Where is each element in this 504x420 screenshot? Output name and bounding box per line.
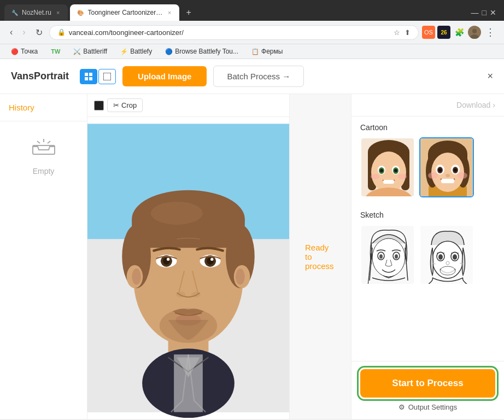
settings-gear-icon: ⚙ <box>398 403 405 411</box>
ext-icon-1[interactable]: OS <box>422 26 435 39</box>
menu-button[interactable]: ⋮ <box>483 24 497 40</box>
svg-point-65 <box>438 168 442 172</box>
svg-rect-6 <box>103 73 111 80</box>
back-button[interactable]: ‹ <box>7 25 16 39</box>
ext-icon-2[interactable]: 26 <box>437 26 450 39</box>
app-header: VansPortrait Upload Image Batch Process … <box>0 59 504 94</box>
bookmark-battlefy[interactable]: ⚡ Battlefy <box>116 46 156 56</box>
svg-rect-5 <box>89 77 92 80</box>
bottom-action-bar: Start to Process ⚙ Output Settings <box>351 361 504 419</box>
svg-point-76 <box>379 254 383 259</box>
tab-noznet[interactable]: 🔧 NozNet.ru × <box>4 4 68 21</box>
svg-point-70 <box>428 172 438 179</box>
tab-close-1[interactable]: × <box>55 9 61 16</box>
maximize-button[interactable]: □ <box>482 8 487 17</box>
tab-close-2[interactable]: × <box>166 9 173 16</box>
image-wrapper <box>87 117 289 419</box>
svg-point-78 <box>395 254 398 259</box>
view-toggle <box>80 69 116 84</box>
reload-button[interactable]: ↻ <box>32 25 46 40</box>
single-view-button[interactable] <box>98 69 116 84</box>
cartoon-style-1[interactable] <box>360 137 415 197</box>
grid-view-button[interactable] <box>80 69 97 84</box>
cartoon-label: Cartoon <box>360 123 495 132</box>
bookmark-tw[interactable]: TW <box>46 47 65 56</box>
svg-point-47 <box>380 169 383 172</box>
svg-point-52 <box>371 174 379 179</box>
history-label: History <box>0 94 87 121</box>
style-panel: Download › Cartoon <box>351 94 504 419</box>
svg-point-53 <box>398 174 407 179</box>
close-window-button[interactable]: ✕ <box>490 8 496 17</box>
svg-point-71 <box>458 172 467 179</box>
svg-line-9 <box>37 141 40 143</box>
sketch-grid <box>360 225 495 285</box>
profile-icon[interactable] <box>468 26 481 39</box>
svg-point-82 <box>438 254 443 260</box>
svg-rect-4 <box>85 77 88 80</box>
tab-favicon-1: 🔧 <box>11 9 19 16</box>
output-area: Ready to process <box>290 94 351 419</box>
share-icon[interactable]: ⬆ <box>405 28 411 37</box>
bookmark-tochka[interactable]: 🔴 Точка <box>7 46 42 56</box>
svg-point-68 <box>454 168 457 172</box>
main-layout: History Empty <box>0 94 504 419</box>
address-icons: ☆ ⬆ <box>394 28 411 37</box>
image-toolbar: ✂ Crop <box>87 94 289 117</box>
sketch-label: Sketch <box>360 211 495 219</box>
tab-title-1: NozNet.ru <box>22 9 51 16</box>
svg-point-38 <box>236 269 245 285</box>
download-arrow-icon: › <box>493 101 495 109</box>
output-settings-row[interactable]: ⚙ Output Settings <box>360 403 495 411</box>
svg-point-30 <box>210 258 213 261</box>
app-container: VansPortrait Upload Image Batch Process … <box>0 59 504 419</box>
sketch-section: Sketch <box>351 204 504 291</box>
empty-icon <box>30 135 57 161</box>
download-button[interactable]: Download › <box>456 101 495 109</box>
svg-point-36 <box>132 269 141 285</box>
start-to-process-button[interactable]: Start to Process <box>360 369 495 398</box>
image-area: ✂ Crop <box>87 94 290 419</box>
cartoon-style-2[interactable] <box>419 137 474 197</box>
crop-button[interactable]: ✂ Crop <box>107 98 143 112</box>
svg-point-72 <box>446 174 450 177</box>
address-bar[interactable]: 🔒 vanceai.com/toongineer-cartoonizer/ ☆ … <box>49 25 419 40</box>
bookmarks-bar: 🔴 Точка TW ⚔️ Battleriff ⚡ Battlefy 🔵 Br… <box>0 44 504 59</box>
tab-favicon-2: 🎨 <box>77 9 84 16</box>
sketch-style-1[interactable] <box>360 225 415 285</box>
bookmark-fermy[interactable]: 📋 Фермы <box>247 46 287 56</box>
cartoon-grid <box>360 137 495 197</box>
app-close-button[interactable]: × <box>487 71 493 82</box>
svg-point-0 <box>472 29 477 33</box>
crop-icon: ✂ <box>113 101 119 109</box>
bookmark-star-icon[interactable]: ☆ <box>394 28 400 37</box>
svg-rect-69 <box>441 179 454 183</box>
bookmark-browse[interactable]: 🔵 Browse Battlefy Tou... <box>161 46 243 56</box>
svg-line-10 <box>48 141 50 143</box>
sidebar-empty: Empty <box>0 121 87 189</box>
forward-button[interactable]: › <box>19 25 28 39</box>
app-logo: VansPortrait <box>11 71 69 82</box>
sketch-style-2[interactable] <box>419 225 474 285</box>
minimize-button[interactable]: — <box>471 8 479 17</box>
tab-add-button[interactable]: + <box>181 5 195 20</box>
svg-point-62 <box>431 153 464 192</box>
empty-text: Empty <box>33 167 55 176</box>
lock-icon: 🔒 <box>57 28 66 36</box>
color-indicator <box>94 101 104 110</box>
svg-point-44 <box>371 151 406 193</box>
svg-point-22 <box>151 202 203 225</box>
tab-bar: 🔧 NozNet.ru × 🎨 Toongineer Cartoonizer |… <box>0 0 504 21</box>
cartoon-section: Cartoon <box>351 116 504 204</box>
upload-image-button[interactable]: Upload Image <box>122 66 207 86</box>
tab-toongineer[interactable]: 🎨 Toongineer Cartoonizer | Turn Ph... × <box>70 4 179 21</box>
sidebar: History Empty <box>0 94 87 419</box>
download-bar: Download › <box>351 94 504 116</box>
batch-process-button[interactable]: Batch Process → <box>213 66 304 87</box>
ext-icon-3[interactable]: 🧩 <box>453 26 466 39</box>
address-text: vanceai.com/toongineer-cartoonizer/ <box>69 28 390 37</box>
window-controls: — □ ✕ <box>468 5 500 20</box>
portrait-image <box>87 117 289 419</box>
bookmark-battleriff[interactable]: ⚔️ Battleriff <box>69 46 112 56</box>
svg-rect-3 <box>89 73 92 76</box>
